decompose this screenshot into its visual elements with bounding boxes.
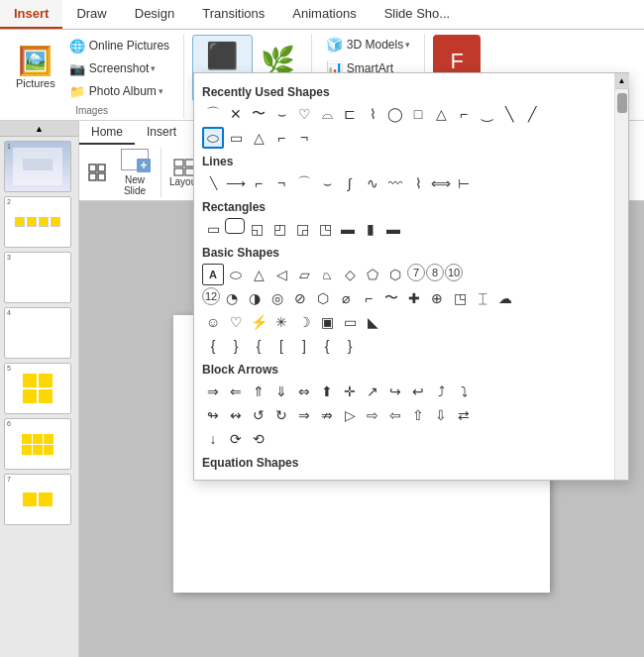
- basic-smiley[interactable]: ☺: [202, 311, 224, 333]
- line-corner2[interactable]: ¬: [270, 172, 292, 194]
- arrow-quad[interactable]: ✛: [339, 381, 361, 402]
- shape-cloud[interactable]: ◯: [384, 103, 406, 125]
- line-squiggle[interactable]: ⌣: [316, 172, 338, 194]
- rect-frame[interactable]: ▬: [337, 218, 359, 240]
- photo-album-button[interactable]: 📁 Photo Album ▾: [63, 80, 175, 102]
- basic-8[interactable]: 8: [426, 264, 444, 281]
- basic-plus[interactable]: ⊕: [426, 287, 448, 309]
- shape-x[interactable]: ✕: [225, 103, 247, 125]
- basic-triangle[interactable]: △: [248, 264, 269, 285]
- slide-thumb-1[interactable]: 1: [4, 141, 71, 192]
- tab-draw[interactable]: Draw: [62, 0, 120, 29]
- arrow-leftright2[interactable]: ⇄: [453, 404, 475, 426]
- shape-step2[interactable]: ¬: [293, 127, 315, 149]
- line-double-arrow[interactable]: ⟺: [430, 172, 452, 194]
- basic-bracket2[interactable]: ]: [293, 335, 315, 357]
- arrow-rotate[interactable]: ⟳: [225, 428, 247, 450]
- line-arrow-right[interactable]: ⟶: [225, 172, 247, 194]
- tab-slideshow[interactable]: Slide Sho...: [371, 0, 465, 29]
- shape-triangle2[interactable]: △: [248, 127, 269, 149]
- slide-thumb-4[interactable]: 4: [4, 307, 71, 359]
- basic-bracket1[interactable]: [: [270, 335, 292, 357]
- rect-snip2[interactable]: ◰: [268, 218, 290, 240]
- basic-brace3[interactable]: }: [225, 335, 247, 357]
- arrow-circle[interactable]: ↺: [248, 404, 269, 426]
- shape-rect[interactable]: ⊏: [339, 103, 361, 125]
- line-diagonal[interactable]: ╲: [202, 172, 224, 194]
- arrow-up[interactable]: ⇑: [248, 381, 269, 402]
- shape-tri[interactable]: △: [430, 103, 452, 125]
- arrow-diag[interactable]: ↗: [362, 381, 383, 402]
- shape-square[interactable]: □: [407, 103, 429, 125]
- line-corner3[interactable]: ⌒: [293, 172, 315, 194]
- shape-zigzag[interactable]: ⌇: [362, 103, 383, 125]
- basic-wave2[interactable]: 〜: [380, 287, 402, 309]
- shape-arc[interactable]: ⌒: [202, 103, 224, 125]
- basic-tab[interactable]: ⌶: [472, 287, 493, 309]
- basic-chord[interactable]: ◑: [244, 287, 266, 309]
- basic-corner[interactable]: ◣: [362, 311, 383, 333]
- arrow-down[interactable]: ⇓: [270, 381, 292, 402]
- arrow-rotate2[interactable]: ⟲: [248, 428, 269, 450]
- shape-wave[interactable]: 〜: [248, 103, 269, 125]
- basic-12[interactable]: 12: [202, 287, 220, 305]
- basic-rtriangle[interactable]: ◁: [270, 264, 292, 285]
- shape-curve[interactable]: ⌣: [270, 103, 292, 125]
- tab-insert[interactable]: Insert: [0, 0, 62, 29]
- arrow-ribbon1[interactable]: ⇨: [362, 404, 383, 426]
- arrow-s[interactable]: ↭: [225, 404, 247, 426]
- tab-transitions[interactable]: Transitions: [188, 0, 278, 29]
- arrow-right[interactable]: ⇒: [202, 381, 224, 402]
- rect-rounded[interactable]: [225, 218, 245, 234]
- shape-step[interactable]: ⌐: [270, 127, 292, 149]
- arrow-circle2[interactable]: ↻: [270, 404, 292, 426]
- shape-line2[interactable]: ╱: [521, 103, 543, 125]
- basic-cloud[interactable]: ☁: [494, 287, 516, 309]
- basic-lightning[interactable]: ⚡: [248, 311, 269, 333]
- line-wavy2[interactable]: 〰: [384, 172, 406, 194]
- basic-diamond[interactable]: ◇: [339, 264, 361, 285]
- basic-cylinder[interactable]: ⌀: [335, 287, 357, 309]
- tab-animations[interactable]: Animations: [278, 0, 370, 29]
- sub-tab-home[interactable]: Home: [79, 121, 135, 145]
- rect-snip[interactable]: ◱: [246, 218, 268, 240]
- slide-thumb-2[interactable]: 2: [4, 196, 71, 248]
- basic-bracket3[interactable]: {: [316, 335, 338, 357]
- arrow-lr[interactable]: ⇔: [293, 381, 315, 402]
- arrow-split[interactable]: ⇏: [316, 404, 338, 426]
- panel-scroll-up[interactable]: ▲: [0, 121, 78, 137]
- basic-brace2[interactable]: {: [202, 335, 224, 357]
- arrow-bend[interactable]: ⤴: [430, 381, 452, 402]
- basic-frame[interactable]: ▣: [316, 311, 338, 333]
- arrow-bend2[interactable]: ⤵: [453, 381, 475, 402]
- line-wave[interactable]: ∿: [362, 172, 383, 194]
- arrow-uturn[interactable]: ↩: [407, 381, 429, 402]
- shape-oval-selected[interactable]: ⬭: [202, 127, 224, 149]
- basic-hexagon[interactable]: ⬡: [384, 264, 406, 285]
- arrow-ribbon2[interactable]: ⇦: [384, 404, 406, 426]
- basic-text[interactable]: A: [202, 264, 224, 285]
- new-slide-button[interactable]: + New Slide: [115, 147, 155, 198]
- slide-thumb-3[interactable]: 3: [4, 252, 71, 303]
- basic-7[interactable]: 7: [407, 264, 425, 281]
- basic-sun[interactable]: ✳: [270, 311, 292, 333]
- basic-parallelogram[interactable]: ▱: [293, 264, 315, 285]
- arrow-merge[interactable]: ⇒: [293, 404, 315, 426]
- basic-brace[interactable]: ⌐: [358, 287, 379, 309]
- slide-thumb-7[interactable]: 7: [4, 474, 71, 525]
- arrow-curved[interactable]: ↪: [384, 381, 406, 402]
- basic-bracket4[interactable]: }: [339, 335, 361, 357]
- basic-plaque[interactable]: ▭: [339, 311, 361, 333]
- arrow-right2[interactable]: ▷: [339, 404, 361, 426]
- pictures-button[interactable]: 🖼️ Pictures: [8, 35, 63, 102]
- screenshot-button[interactable]: 📷 Screenshot ▾: [63, 57, 175, 79]
- basic-pentagon[interactable]: ⬠: [362, 264, 383, 285]
- basic-brace4[interactable]: {: [248, 335, 269, 357]
- rect-snip3[interactable]: ◲: [291, 218, 313, 240]
- basic-oval[interactable]: ⬭: [225, 264, 247, 285]
- line-s-curve[interactable]: ∫: [339, 172, 361, 194]
- slide-thumb-6[interactable]: 6: [4, 418, 71, 470]
- basic-heart[interactable]: ♡: [225, 311, 247, 333]
- line-elbow[interactable]: ⊢: [453, 172, 475, 194]
- shape-line1[interactable]: ╲: [498, 103, 520, 125]
